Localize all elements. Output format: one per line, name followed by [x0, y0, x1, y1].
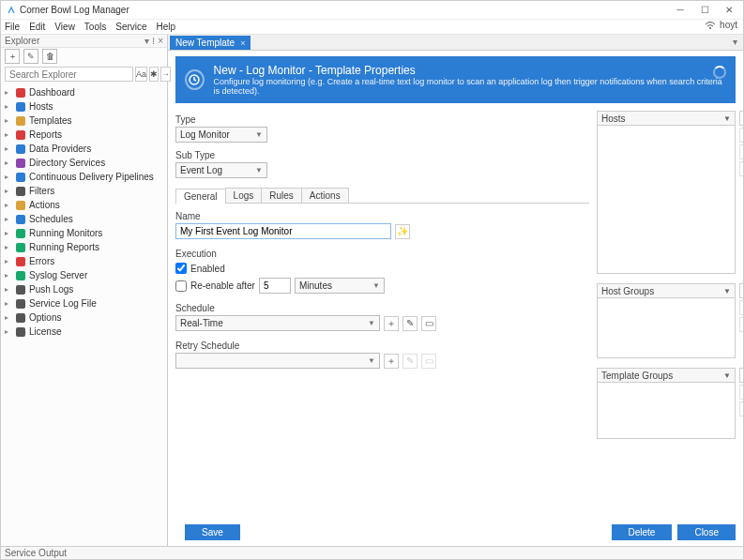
tree-icon — [16, 285, 25, 295]
execution-label: Execution — [175, 249, 589, 259]
tree-item-schedules[interactable]: ▸Schedules — [1, 212, 167, 226]
tree-item-license[interactable]: ▸License — [1, 325, 167, 339]
retry-edit-button[interactable]: ✎ — [402, 354, 418, 369]
tree-item-options[interactable]: ▸Options — [1, 310, 167, 325]
hosts-header[interactable]: Hosts ▼ — [598, 112, 735, 126]
tree-item-actions[interactable]: ▸Actions — [1, 198, 167, 212]
tree-item-label: Dashboard — [29, 87, 75, 98]
tab-actions[interactable]: Actions — [301, 188, 349, 203]
delete-button[interactable]: 🗑 — [42, 49, 57, 64]
hosts-remove-button[interactable]: ▭ — [739, 144, 743, 159]
tree-item-running-reports[interactable]: ▸Running Reports — [1, 240, 167, 254]
host-groups-add-button[interactable]: ＋ — [739, 283, 743, 298]
subtype-label: Sub Type — [175, 150, 589, 160]
retry-add-button[interactable]: ＋ — [384, 354, 399, 369]
panel-close-icon[interactable]: × — [158, 36, 163, 46]
tree-icon — [16, 313, 25, 323]
menu-tools[interactable]: Tools — [84, 22, 106, 32]
schedule-value: Real-Time — [180, 318, 223, 328]
host-groups-remove-button[interactable]: ▭ — [739, 300, 743, 315]
title-bar: Corner Bowl Log Manager ─ ☐ ✕ — [1, 1, 743, 20]
explorer-header: Explorer ▾ ⁞ × — [1, 35, 167, 48]
schedule-select[interactable]: Real-Time ▼ — [175, 315, 380, 331]
menu-service[interactable]: Service — [115, 22, 146, 32]
tree-item-reports[interactable]: ▸Reports — [1, 128, 167, 142]
hosts-edit-button[interactable]: ✎ — [739, 128, 743, 143]
edit-button[interactable]: ✎ — [23, 49, 38, 64]
tab-rules[interactable]: Rules — [261, 188, 302, 203]
tree-item-templates[interactable]: ▸Templates — [1, 114, 167, 128]
minimize-button[interactable]: ─ — [668, 1, 692, 18]
save-button[interactable]: Save — [185, 524, 240, 540]
maximize-button[interactable]: ☐ — [692, 1, 717, 18]
chevron-right-icon: ▸ — [5, 285, 12, 294]
tree-item-errors[interactable]: ▸Errors — [1, 254, 167, 268]
tab-strip-menu-icon[interactable]: ▾ — [733, 37, 737, 47]
menu-view[interactable]: View — [54, 22, 75, 32]
panel-menu-icon[interactable]: ⁞ — [152, 36, 155, 46]
pin-icon[interactable]: ▾ — [144, 36, 149, 46]
document-tab[interactable]: New Template × — [170, 36, 251, 50]
tree-item-data-providers[interactable]: ▸Data Providers — [1, 142, 167, 156]
retry-remove-button[interactable]: ▭ — [421, 354, 436, 369]
template-groups-list[interactable] — [598, 383, 735, 438]
reenable-checkbox[interactable]: Re-enable after — [175, 279, 255, 294]
hosts-list[interactable] — [598, 126, 735, 273]
reenable-label: Re-enable after — [190, 280, 255, 291]
chevron-right-icon: ▸ — [5, 215, 12, 223]
close-window-button[interactable]: ✕ — [717, 1, 741, 18]
template-groups-header[interactable]: Template Groups ▼ — [598, 369, 735, 383]
template-groups-add-button[interactable]: ＋ — [739, 368, 743, 383]
tab-general[interactable]: General — [175, 189, 226, 204]
name-label: Name — [175, 211, 589, 221]
schedule-edit-button[interactable]: ✎ — [402, 316, 418, 331]
host-groups-list[interactable] — [598, 298, 735, 357]
enabled-checkbox-input[interactable] — [175, 263, 187, 274]
match-case-button[interactable]: Aa — [135, 67, 147, 82]
template-groups-copy-button[interactable]: ⧉ — [739, 401, 743, 416]
chevron-right-icon: ▸ — [5, 173, 12, 181]
document-tab-close-icon[interactable]: × — [240, 38, 245, 48]
enabled-checkbox[interactable]: Enabled — [175, 261, 589, 276]
host-groups-copy-button[interactable]: ⧉ — [739, 317, 743, 332]
name-input[interactable] — [175, 223, 391, 239]
whole-word-button[interactable]: ✱ — [149, 67, 159, 82]
reenable-unit-select[interactable]: Minutes ▼ — [295, 278, 385, 294]
subtype-select[interactable]: Event Log ▼ — [175, 162, 267, 178]
tree-item-filters[interactable]: ▸Filters — [1, 184, 167, 198]
tree-item-service-log-file[interactable]: ▸Service Log File — [1, 296, 167, 310]
schedule-remove-button[interactable]: ▭ — [421, 316, 436, 331]
schedule-add-button[interactable]: ＋ — [384, 316, 399, 331]
close-button[interactable]: Close — [677, 524, 736, 540]
auto-name-button[interactable]: ✨ — [395, 224, 410, 239]
explorer-search-input[interactable] — [5, 67, 133, 82]
tree-item-label: Continuous Delivery Pipelines — [29, 172, 154, 182]
tree-item-push-logs[interactable]: ▸Push Logs — [1, 282, 167, 296]
add-button[interactable]: ＋ — [5, 49, 20, 64]
tree-item-directory-services[interactable]: ▸Directory Services — [1, 156, 167, 170]
chevron-right-icon: ▸ — [5, 327, 12, 336]
tree-item-dashboard[interactable]: ▸Dashboard — [1, 85, 167, 99]
tree-icon — [16, 257, 25, 266]
tree-item-hosts[interactable]: ▸Hosts — [1, 99, 167, 114]
hosts-add-button[interactable]: ＋ — [739, 111, 743, 126]
retry-schedule-select[interactable]: ▼ — [175, 353, 380, 369]
type-select[interactable]: Log Monitor ▼ — [175, 127, 267, 143]
username: hoyt — [720, 20, 737, 30]
tree-item-continuous-delivery-pipelines[interactable]: ▸Continuous Delivery Pipelines — [1, 170, 167, 184]
tree-item-syslog-server[interactable]: ▸Syslog Server — [1, 268, 167, 282]
template-groups-remove-button[interactable]: ▭ — [739, 385, 743, 400]
host-groups-header[interactable]: Host Groups ▼ — [598, 284, 735, 298]
menu-file[interactable]: File — [5, 22, 20, 32]
explorer-toolbar: ＋ ✎ 🗑 — [1, 48, 167, 65]
document-tab-strip: New Template × ▾ — [168, 35, 743, 51]
delete-button[interactable]: Delete — [612, 524, 673, 540]
reenable-checkbox-input[interactable] — [175, 280, 187, 292]
tab-logs[interactable]: Logs — [225, 188, 263, 203]
hosts-copy-button[interactable]: ⧉ — [739, 161, 743, 176]
menu-help[interactable]: Help — [157, 22, 176, 32]
tree-item-running-monitors[interactable]: ▸Running Monitors — [1, 226, 167, 240]
tree-icon — [16, 187, 25, 196]
reenable-value[interactable]: 5 — [259, 278, 291, 294]
menu-edit[interactable]: Edit — [29, 22, 45, 32]
